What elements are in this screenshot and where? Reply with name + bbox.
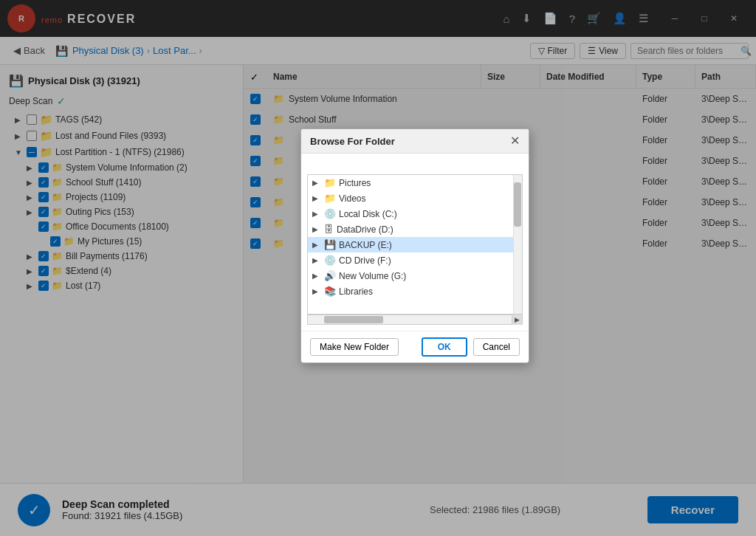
modal-tree-item-libraries[interactable]: ▶ 📚 Libraries	[308, 284, 513, 299]
modal-tree-item-pictures[interactable]: ▶ 📁 Pictures	[308, 175, 513, 190]
modal-folder-icon-videos: 📁	[324, 193, 336, 204]
modal-label-videos: Videos	[339, 193, 365, 204]
modal-label-new-volume-g: New Volume (G:)	[339, 271, 406, 281]
make-new-folder-button[interactable]: Make New Folder	[310, 338, 399, 356]
modal-expand-libraries: ▶	[312, 287, 321, 295]
modal-body: ▶ 📁 Pictures ▶ 📁 Videos ▶ 💿 Local D	[301, 154, 529, 331]
browse-folder-modal: Browse For Folder ✕ ▶ 📁 Pictures ▶ 📁	[300, 128, 529, 363]
modal-tree-item-datadrive-d[interactable]: ▶ 🗄 DataDrive (D:)	[308, 221, 513, 237]
scrollbar-track	[513, 175, 522, 314]
modal-drive-icon-c: 💿	[324, 208, 336, 219]
modal-tree-item-local-c[interactable]: ▶ 💿 Local Disk (C:)	[308, 206, 513, 221]
modal-drive-icon-d: 🗄	[324, 224, 334, 235]
hscroll-right-btn[interactable]: ▶	[512, 315, 522, 325]
modal-expand-pictures: ▶	[312, 179, 321, 187]
modal-label-libraries: Libraries	[339, 286, 373, 297]
modal-folder-icon-pictures: 📁	[324, 177, 336, 188]
modal-tree-item-backup-e[interactable]: ▶ 💾 BACKUP (E:)	[308, 237, 513, 252]
modal-tree-item-videos[interactable]: ▶ 📁 Videos	[308, 190, 513, 206]
modal-label-backup-e: BACKUP (E:)	[339, 240, 392, 250]
modal-expand-new-volume-g: ▶	[312, 272, 321, 280]
modal-tree: ▶ 📁 Pictures ▶ 📁 Videos ▶ 💿 Local D	[307, 174, 523, 315]
modal-library-icon: 📚	[324, 286, 336, 297]
hscroll-thumb[interactable]	[324, 316, 383, 323]
modal-label-pictures: Pictures	[339, 178, 371, 188]
modal-expand-videos: ▶	[312, 194, 321, 202]
modal-label-datadrive-d: DataDrive (D:)	[337, 224, 394, 235]
modal-expand-datadrive-d: ▶	[312, 225, 321, 233]
modal-expand-backup-e: ▶	[312, 241, 321, 249]
modal-expand-local-c: ▶	[312, 210, 321, 218]
modal-title: Browse For Folder	[310, 136, 395, 147]
modal-ok-button[interactable]: OK	[422, 337, 467, 357]
modal-overlay: Browse For Folder ✕ ▶ 📁 Pictures ▶ 📁	[0, 0, 756, 536]
modal-drive-icon-f: 💿	[324, 255, 336, 266]
scrollbar-thumb[interactable]	[514, 182, 521, 227]
modal-tree-item-cd-f[interactable]: ▶ 💿 CD Drive (F:)	[308, 252, 513, 268]
modal-drive-icon-e: 💾	[324, 239, 336, 250]
modal-cancel-button[interactable]: Cancel	[473, 338, 520, 356]
modal-footer: Make New Folder OK Cancel	[301, 331, 529, 363]
modal-expand-cd-f: ▶	[312, 256, 321, 264]
modal-close-button[interactable]: ✕	[510, 135, 520, 147]
modal-header: Browse For Folder ✕	[301, 129, 529, 154]
modal-hscroll: ▶	[307, 315, 523, 325]
modal-tree-item-new-volume-g[interactable]: ▶ 🔊 New Volume (G:)	[308, 268, 513, 284]
modal-drive-icon-g: 🔊	[324, 270, 336, 281]
modal-label-cd-f: CD Drive (F:)	[339, 255, 391, 266]
hscroll-inner	[308, 315, 512, 324]
modal-label-local-c: Local Disk (C:)	[339, 209, 397, 219]
